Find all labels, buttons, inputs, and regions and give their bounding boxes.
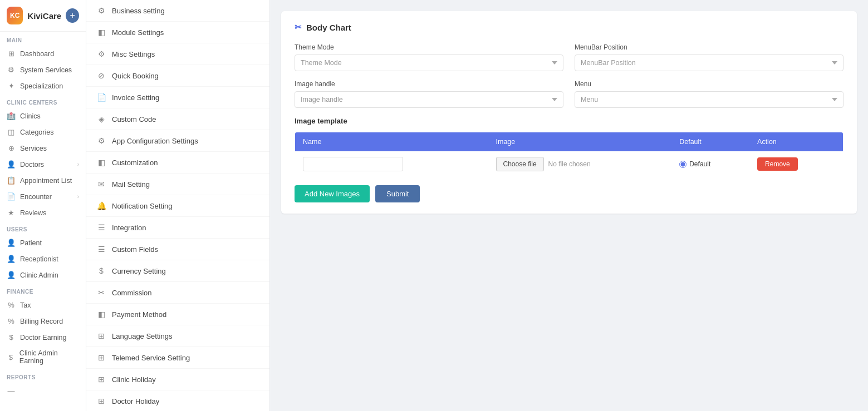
sidebar-item-doctor-earning[interactable]: $ Doctor Earning	[0, 329, 86, 345]
file-input-wrapper: Choose file No file chosen	[496, 157, 664, 171]
middle-item-customization[interactable]: ◧ Customization	[86, 152, 269, 174]
middle-item-payment-method[interactable]: ◧ Payment Method	[86, 304, 269, 325]
middle-item-label: Mail Setting	[112, 180, 150, 189]
middle-item-custom-code[interactable]: ◈ Custom Code	[86, 108, 269, 130]
categories-icon: ◫	[7, 128, 16, 136]
sidebar-item-encounter[interactable]: 📄 Encounter ›	[0, 189, 86, 205]
middle-item-misc-settings[interactable]: ⚙ Misc Settings	[86, 43, 269, 65]
chevron-right-icon: ›	[77, 161, 79, 167]
sidebar-item-appointment[interactable]: 📋 Appointment List	[0, 172, 86, 189]
customization-icon: ◧	[96, 158, 106, 167]
sidebar-item-system-services[interactable]: ⚙ System Services	[0, 62, 86, 78]
image-handle-group: Image handle Image handle	[295, 80, 563, 108]
app-name: KiviCare	[27, 11, 61, 21]
sidebar-item-tax[interactable]: % Tax	[0, 297, 86, 313]
mail-setting-icon: ✉	[96, 180, 106, 189]
sidebar-item-reviews[interactable]: ★ Reviews	[0, 205, 86, 221]
services-icon: ⊕	[7, 144, 16, 152]
middle-item-label: Custom Code	[112, 115, 156, 123]
patient-icon: 👤	[7, 239, 16, 247]
clinics-icon: 🏥	[7, 112, 16, 120]
sidebar-item-clinic-admin-earning[interactable]: $ Clinic Admin Earning	[0, 345, 86, 369]
sidebar: KC KiviCare + MAIN ⊞ Dashboard ⚙ System …	[0, 0, 86, 411]
middle-item-integration[interactable]: ☰ Integration	[86, 217, 269, 239]
doctor-holiday-icon: ⊞	[96, 397, 106, 405]
billing-icon: %	[7, 317, 16, 325]
sidebar-item-clinics[interactable]: 🏥 Clinics	[0, 108, 86, 124]
middle-item-label: Notification Setting	[112, 202, 172, 210]
body-chart-card: ✂ Body Chart Theme Mode Theme Mode MenuB…	[281, 11, 857, 214]
middle-item-label: Custom Fields	[112, 245, 158, 254]
table-row: Choose file No file chosen Default Remov…	[295, 151, 844, 177]
invoice-setting-icon: 📄	[96, 93, 106, 102]
middle-item-commission[interactable]: ✂ Commission	[86, 282, 269, 304]
sidebar-item-categories[interactable]: ◫ Categories	[0, 124, 86, 140]
middle-item-label: Currency Setting	[112, 267, 166, 275]
business-setting-icon: ⚙	[96, 6, 106, 15]
sidebar-item-label: Clinic Admin	[20, 271, 58, 279]
sidebar-item-label: Patient	[20, 239, 42, 247]
image-handle-label: Image handle	[295, 80, 563, 88]
middle-item-currency-setting[interactable]: $ Currency Setting	[86, 260, 269, 282]
sidebar-item-reports-dash[interactable]: —	[0, 383, 86, 399]
submit-button[interactable]: Submit	[375, 185, 420, 202]
sidebar-item-label: Dashboard	[20, 50, 54, 58]
middle-item-label: Quick Booking	[112, 72, 159, 80]
sidebar-item-patient[interactable]: 👤 Patient	[0, 235, 86, 251]
action-buttons: Add New Images Submit	[295, 177, 844, 202]
middle-item-language-settings[interactable]: ⊞ Language Settings	[86, 325, 269, 347]
doctors-icon: 👤	[7, 160, 16, 169]
menu-group: Menu Menu	[575, 80, 844, 108]
payment-method-icon: ◧	[96, 310, 106, 319]
sidebar-item-clinic-admin[interactable]: 👤 Clinic Admin	[0, 267, 86, 283]
middle-item-invoice-setting[interactable]: 📄 Invoice Setting	[86, 87, 269, 108]
default-radio-label: Default	[679, 160, 742, 168]
default-radio-input[interactable]	[679, 161, 686, 168]
middle-item-app-config[interactable]: ⚙ App Configuration Settings	[86, 130, 269, 152]
middle-item-doctor-holiday[interactable]: ⊞ Doctor Holiday	[86, 390, 269, 411]
add-button[interactable]: +	[66, 8, 79, 23]
row-name-input[interactable]	[303, 157, 403, 171]
sidebar-item-doctors[interactable]: 👤 Doctors ›	[0, 156, 86, 172]
theme-mode-select[interactable]: Theme Mode	[295, 55, 563, 71]
tax-icon: %	[7, 301, 16, 309]
remove-button[interactable]: Remove	[757, 157, 798, 171]
menu-select[interactable]: Menu	[575, 91, 844, 108]
sidebar-item-label: Clinic Admin Earning	[19, 349, 79, 365]
sidebar-item-specialization[interactable]: ✦ Specialization	[0, 78, 86, 94]
theme-mode-label: Theme Mode	[295, 43, 563, 51]
middle-item-clinic-holiday[interactable]: ⊞ Clinic Holiday	[86, 369, 269, 390]
sidebar-item-dashboard[interactable]: ⊞ Dashboard	[0, 46, 86, 62]
module-settings-icon: ◧	[96, 28, 106, 37]
choose-file-button[interactable]: Choose file	[496, 157, 544, 171]
middle-item-custom-fields[interactable]: ☰ Custom Fields	[86, 239, 269, 260]
section-clinic-centers: CLINIC CENTERS	[0, 94, 86, 108]
middle-item-quick-booking[interactable]: ⊘ Quick Booking	[86, 65, 269, 87]
sidebar-item-label: Billing Record	[20, 318, 63, 325]
menubar-position-group: MenuBar Position MenuBar Position	[575, 43, 844, 71]
currency-setting-icon: $	[96, 266, 106, 275]
middle-item-telemed[interactable]: ⊞ Telemed Service Setting	[86, 347, 269, 369]
row-image-cell: Choose file No file chosen	[488, 151, 672, 177]
sidebar-item-billing[interactable]: % Billing Record	[0, 313, 86, 329]
section-finance: FINANCE	[0, 283, 86, 297]
middle-item-notification-setting[interactable]: 🔔 Notification Setting	[86, 195, 269, 217]
sidebar-item-receptionist[interactable]: 👤 Receptionist	[0, 251, 86, 267]
sidebar-item-services[interactable]: ⊕ Services	[0, 140, 86, 156]
encounter-icon: 📄	[7, 192, 16, 201]
image-handle-select[interactable]: Image handle	[295, 91, 563, 108]
middle-item-business-setting[interactable]: ⚙ Business setting	[86, 0, 269, 22]
middle-item-module-settings[interactable]: ◧ Module Settings	[86, 22, 269, 43]
middle-item-label: Customization	[112, 159, 158, 167]
row-action-cell: Remove	[749, 151, 843, 177]
middle-item-label: Telemed Service Setting	[112, 354, 190, 362]
middle-item-mail-setting[interactable]: ✉ Mail Setting	[86, 174, 269, 195]
sidebar-item-label: Doctors	[20, 161, 44, 169]
add-images-button[interactable]: Add New Images	[295, 185, 370, 202]
section-main: MAIN	[0, 32, 86, 46]
commission-icon: ✂	[96, 288, 106, 297]
theme-mode-group: Theme Mode Theme Mode	[295, 43, 563, 71]
menubar-position-select[interactable]: MenuBar Position	[575, 55, 844, 71]
section-users: USERS	[0, 221, 86, 235]
sidebar-item-label: Reviews	[20, 209, 46, 217]
